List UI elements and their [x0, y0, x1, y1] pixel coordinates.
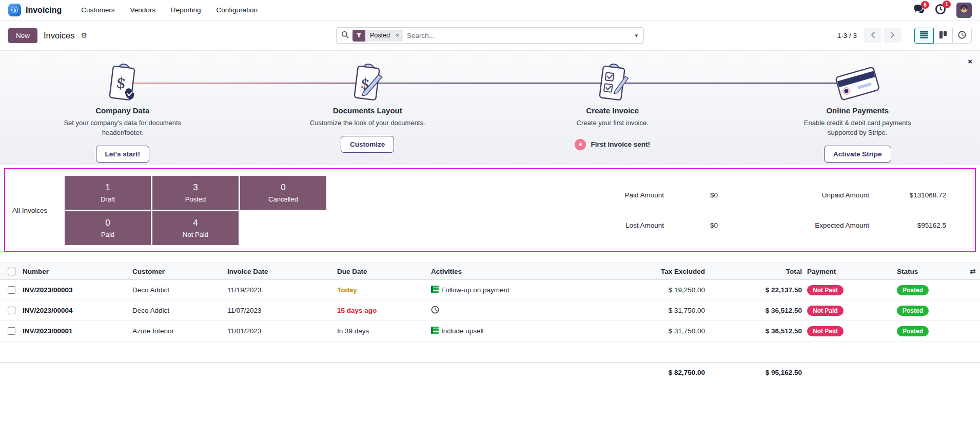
list-view-button[interactable] [914, 28, 934, 44]
search-bar[interactable]: Posted × ▾ [336, 27, 644, 44]
status-box-posted[interactable]: 3 Posted [152, 176, 239, 210]
table-row-inv-2023-00001[interactable]: INV/2023/00001 Azure Interior 11/01/2023… [0, 321, 980, 341]
status-box-draft[interactable]: 1 Draft [65, 176, 151, 210]
status-box-paid[interactable]: 0 Paid [65, 211, 151, 245]
search-dropdown-icon[interactable]: ▾ [634, 32, 639, 39]
kanban-view-icon [939, 31, 947, 40]
column-header-tax-excluded[interactable]: Tax Excluded [613, 268, 705, 275]
facet-remove-icon[interactable]: × [395, 30, 403, 42]
chevron-right-icon [890, 31, 895, 40]
pager-previous-button[interactable] [864, 28, 881, 43]
cell-invoice-date: 11/19/2023 [227, 286, 337, 294]
payment-badge: Not Paid [807, 285, 844, 295]
status-count: 0 [281, 183, 285, 193]
cell-activity[interactable]: Follow-up on payment [431, 286, 613, 294]
status-label: Posted [185, 195, 206, 203]
status-label: Not Paid [183, 231, 208, 238]
table-row-inv-2023-00003[interactable]: INV/2023/00003 Deco Addict 11/19/2023 To… [0, 280, 980, 300]
column-header-status[interactable]: Status [896, 268, 970, 275]
status-count: 4 [193, 218, 198, 228]
status-label: Paid [101, 231, 114, 238]
activity-label: Follow-up on payment [441, 286, 509, 294]
new-button[interactable]: New [8, 28, 37, 43]
view-switcher [914, 28, 972, 44]
cell-due-date: 15 days ago [337, 307, 431, 314]
top-navbar: $ Invoicing Customers Vendors Reporting … [0, 0, 980, 21]
cell-due-date: Today [337, 286, 431, 294]
table-empty-space [0, 341, 980, 362]
status-count: 3 [193, 183, 198, 193]
nav-menu-vendors[interactable]: Vendors [124, 4, 162, 16]
step-title: Create Invoice [490, 106, 735, 115]
cell-total: $ 36,512.50 [705, 327, 802, 335]
select-all-checkbox[interactable] [8, 268, 15, 275]
activities-badge: 1 [943, 1, 951, 8]
onboarding-close-button[interactable]: × [968, 57, 972, 66]
nav-menu-customers[interactable]: Customers [75, 4, 121, 16]
onboarding-panel: × $ Company Data Set your company's data… [0, 50, 980, 165]
messages-badge: 6 [921, 1, 929, 9]
lost-amount-value: $0 [664, 222, 741, 229]
filter-facet-posted[interactable]: Posted × [352, 30, 403, 42]
status-box-not-paid[interactable]: 4 Not Paid [152, 211, 239, 245]
clipboard-dollar-icon: $ [0, 61, 245, 105]
cell-invoice-date: 11/07/2023 [227, 307, 337, 314]
step-description: Create your first invoice. [543, 118, 682, 128]
status-badge: Posted [897, 285, 929, 295]
cell-activity[interactable]: Include upsell [431, 327, 613, 335]
onboarding-step-create-invoice: Create Invoice Create your first invoice… [490, 61, 735, 165]
column-header-invoice-date[interactable]: Invoice Date [227, 268, 337, 275]
main-menu: Customers Vendors Reporting Configuratio… [75, 4, 264, 16]
control-panel: New Invoices ⚙ Posted × ▾ 1-3 / 3 [0, 21, 980, 50]
column-header-customer[interactable]: Customer [132, 268, 227, 275]
pager-next-button[interactable] [884, 28, 901, 43]
customize-button[interactable]: Customize [341, 136, 394, 153]
column-header-total[interactable]: Total [705, 268, 802, 275]
expected-amount-label[interactable]: Expected Amount [741, 222, 869, 229]
activities-button[interactable]: 1 [935, 4, 946, 16]
cell-customer: Deco Addict [132, 307, 227, 314]
status-badge: Posted [897, 326, 929, 336]
lets-start-button[interactable]: Let's start! [96, 146, 149, 163]
activity-clock-icon [431, 306, 439, 315]
step-title: Documents Layout [245, 106, 491, 115]
lost-amount-label[interactable]: Lost Amount [572, 222, 664, 229]
status-count: 0 [105, 218, 110, 228]
step-title: Company Data [0, 106, 245, 115]
column-header-activities[interactable]: Activities [431, 268, 613, 275]
nav-menu-reporting[interactable]: Reporting [165, 4, 207, 16]
cell-total: $ 22,137.50 [705, 286, 802, 294]
app-name[interactable]: Invoicing [26, 6, 62, 15]
optional-columns-icon[interactable]: ⇄ [970, 267, 980, 275]
row-checkbox[interactable] [8, 327, 15, 335]
row-checkbox[interactable] [8, 307, 15, 314]
search-input[interactable] [407, 32, 631, 39]
kanban-view-button[interactable] [933, 28, 953, 44]
column-header-due-date[interactable]: Due Date [337, 268, 431, 275]
messages-button[interactable]: 6 [913, 4, 925, 16]
unpaid-amount-label[interactable]: Unpaid Amount [741, 191, 869, 199]
activate-stripe-button[interactable]: Activate Stripe [824, 146, 891, 163]
column-header-payment[interactable]: Payment [802, 268, 896, 275]
column-header-number[interactable]: Number [23, 268, 132, 275]
clipboard-pen-icon: $ [245, 61, 491, 105]
total-amount: $ 95,162.50 [705, 369, 802, 376]
table-row-inv-2023-00004[interactable]: INV/2023/00004 Deco Addict 11/07/2023 15… [0, 300, 980, 321]
cell-activity[interactable] [431, 306, 613, 315]
activity-label: Include upsell [441, 327, 484, 335]
total-tax-excluded: $ 82,750.00 [613, 369, 705, 376]
activity-view-button[interactable] [952, 28, 972, 44]
breadcrumb-area: New Invoices ⚙ [8, 28, 336, 43]
table-header: Number Customer Invoice Date Due Date Ac… [0, 263, 980, 280]
nav-menu-configuration[interactable]: Configuration [210, 4, 264, 16]
paid-amount-label[interactable]: Paid Amount [572, 191, 664, 199]
step-description: Customize the look of your documents. [298, 118, 437, 128]
clipboard-checklist-icon [490, 61, 735, 105]
list-view-icon [920, 31, 928, 40]
cell-tax-excluded: $ 31,750.00 [613, 307, 705, 314]
status-box-cancelled[interactable]: 0 Cancelled [240, 176, 326, 210]
user-avatar[interactable] [956, 3, 972, 18]
gear-icon[interactable]: ⚙ [81, 31, 88, 39]
app-switcher[interactable]: $ Invoicing [8, 4, 62, 16]
row-checkbox[interactable] [8, 286, 15, 294]
